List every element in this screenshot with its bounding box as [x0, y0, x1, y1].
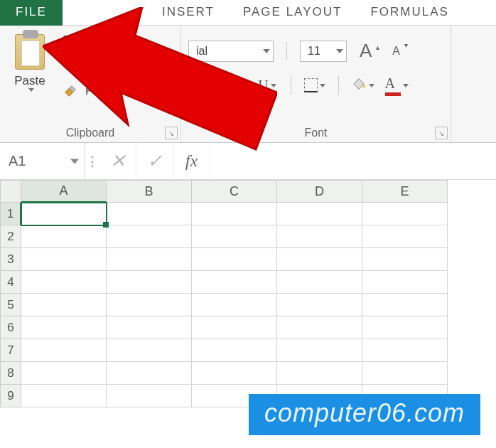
chevron-down-icon	[336, 49, 343, 53]
cut-button[interactable]	[63, 34, 165, 50]
row-header[interactable]: 5	[0, 294, 21, 316]
chevron-down-icon	[70, 159, 79, 164]
cell[interactable]	[277, 225, 362, 248]
font-dialog-launcher[interactable]: ↘	[435, 127, 448, 139]
chevron-down-icon	[263, 49, 270, 53]
formula-input[interactable]	[210, 143, 496, 179]
fill-caret[interactable]	[369, 84, 374, 87]
cell[interactable]	[277, 316, 362, 339]
enter-formula-button[interactable]: ✓	[136, 143, 173, 179]
border-button[interactable]	[304, 75, 325, 96]
cell[interactable]	[362, 248, 448, 271]
cell[interactable]	[21, 339, 107, 362]
cell[interactable]	[362, 225, 448, 248]
underline-button[interactable]: U	[257, 75, 278, 96]
cell[interactable]	[192, 271, 277, 294]
cell[interactable]	[107, 339, 192, 362]
cell[interactable]	[277, 203, 362, 225]
cell[interactable]	[21, 248, 107, 271]
fill-color-button[interactable]	[352, 75, 373, 96]
row-header[interactable]: 8	[0, 362, 21, 385]
tab-file[interactable]: FILE	[0, 0, 63, 26]
cell[interactable]	[21, 225, 107, 248]
cell[interactable]	[21, 316, 107, 339]
bold-button[interactable]: B	[188, 75, 210, 96]
cell[interactable]	[107, 385, 192, 407]
row-header[interactable]: 7	[0, 339, 21, 362]
cell[interactable]	[107, 294, 192, 316]
format-painter-label: Format Painter	[85, 84, 165, 98]
group-clipboard: Paste	[0, 26, 181, 142]
cell[interactable]	[362, 362, 448, 385]
row-header[interactable]: 6	[0, 316, 21, 339]
tab-page-layout[interactable]: PAGE LAYOUT	[229, 0, 356, 25]
cell[interactable]	[107, 362, 192, 385]
copy-button[interactable]	[63, 57, 165, 76]
insert-function-button[interactable]: fx	[173, 143, 210, 179]
paste-dropdown-caret[interactable]	[28, 88, 34, 92]
row-header[interactable]: 9	[0, 385, 21, 407]
clipboard-group-label: Clipboard	[0, 124, 180, 141]
cell[interactable]	[277, 248, 362, 271]
cell[interactable]	[107, 316, 192, 339]
cell[interactable]	[277, 362, 362, 385]
cell[interactable]	[107, 225, 192, 248]
copy-dropdown-caret[interactable]	[87, 65, 93, 68]
decrease-font-button[interactable]: A▾	[392, 45, 408, 58]
col-header-e[interactable]: E	[362, 180, 448, 203]
italic-button[interactable]: I	[222, 75, 244, 96]
cell[interactable]	[192, 248, 277, 271]
cancel-formula-button[interactable]: ✕	[99, 143, 136, 179]
tab-insert[interactable]: INSERT	[148, 0, 229, 25]
cell[interactable]	[21, 294, 107, 316]
cell[interactable]	[192, 294, 277, 316]
underline-caret[interactable]	[271, 84, 276, 87]
format-painter-button[interactable]: Format Painter	[63, 83, 165, 99]
cell[interactable]	[21, 385, 107, 407]
increase-font-button[interactable]: A▴	[360, 40, 379, 62]
cell[interactable]	[277, 294, 362, 316]
font-name-combo[interactable]: ial	[188, 41, 274, 62]
cell[interactable]	[362, 316, 448, 339]
cell[interactable]	[277, 339, 362, 362]
tab-formulas[interactable]: FORMULAS	[356, 0, 463, 25]
name-box-value: A1	[9, 153, 26, 169]
font-color-caret[interactable]	[403, 84, 409, 87]
row-header[interactable]: 1	[0, 203, 21, 225]
clipboard-dialog-launcher[interactable]: ↘	[165, 127, 178, 139]
cell[interactable]	[362, 339, 448, 362]
resize-handle[interactable]: ⋮	[85, 154, 99, 169]
col-header-c[interactable]: C	[192, 180, 277, 203]
cell[interactable]	[21, 362, 107, 385]
cell[interactable]	[362, 294, 448, 316]
font-size-combo[interactable]: 11	[300, 41, 347, 62]
cell[interactable]	[362, 271, 448, 294]
row-header[interactable]: 3	[0, 248, 21, 271]
cell[interactable]	[192, 362, 277, 385]
paste-button[interactable]: Paste	[7, 30, 53, 99]
cell[interactable]	[362, 203, 448, 225]
cell[interactable]	[107, 248, 192, 271]
watermark: computer06.com	[249, 394, 480, 435]
cell[interactable]	[192, 225, 277, 248]
cell[interactable]	[21, 271, 107, 294]
col-header-b[interactable]: B	[107, 180, 192, 203]
svg-point-4	[362, 85, 365, 87]
cell[interactable]	[192, 339, 277, 362]
cell-a1[interactable]	[21, 203, 107, 225]
col-header-d[interactable]: D	[277, 180, 362, 203]
cell[interactable]	[107, 271, 192, 294]
cell[interactable]	[192, 316, 277, 339]
name-box[interactable]: A1	[0, 143, 85, 179]
spreadsheet-grid[interactable]: A B C D E 1 2 3 4 5 6 7 8 9	[0, 180, 496, 407]
font-color-button[interactable]: A	[386, 75, 407, 96]
cell[interactable]	[192, 203, 277, 225]
select-all-corner[interactable]	[0, 180, 21, 203]
row-header[interactable]: 4	[0, 271, 21, 294]
cell[interactable]	[277, 271, 362, 294]
border-caret[interactable]	[320, 84, 325, 87]
col-header-a[interactable]: A	[21, 180, 107, 203]
row-header[interactable]: 2	[0, 225, 21, 248]
cell[interactable]	[107, 203, 192, 225]
font-name-value: ial	[196, 45, 207, 58]
